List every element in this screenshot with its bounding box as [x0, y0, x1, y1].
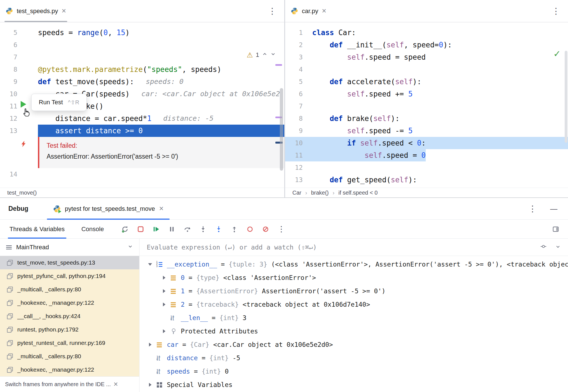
frame-item[interactable]: pytest_pyfunc_call, python.py:194: [0, 269, 139, 283]
line-number[interactable]: 7: [0, 51, 38, 63]
frame-item[interactable]: _multicall, _callers.py:80: [0, 350, 139, 363]
line-number[interactable]: 8: [285, 112, 312, 125]
code-text[interactable]: assert distance >= 0: [38, 125, 284, 137]
code-text[interactable]: class Car:: [312, 26, 568, 39]
close-icon[interactable]: ×: [62, 7, 66, 15]
line-number[interactable]: 11: [285, 149, 312, 161]
variable-row[interactable]: Protected Attributes: [139, 325, 568, 338]
variable-row[interactable]: __exception__ = {tuple: 3} (<class 'Asse…: [139, 258, 568, 271]
line-number[interactable]: 2: [285, 39, 312, 51]
tab-test-speeds[interactable]: test_speeds.py ×: [0, 0, 72, 22]
resume-icon[interactable]: [152, 225, 160, 233]
line-number[interactable]: 1: [285, 26, 312, 39]
chevron-down-icon[interactable]: [555, 244, 561, 251]
rerun-icon[interactable]: [121, 225, 129, 233]
more-icon[interactable]: ⋮: [552, 7, 560, 15]
minimize-icon[interactable]: —: [550, 205, 557, 212]
line-number[interactable]: 13: [285, 174, 312, 186]
run-test-label[interactable]: Run Test: [39, 99, 63, 106]
breadcrumb-item[interactable]: test_move(): [7, 190, 37, 196]
code-line[interactable]: 5speeds = range(0, 15): [0, 26, 284, 39]
line-number[interactable]: 7: [285, 100, 312, 112]
frame-item[interactable]: test_move, test_speeds.py:13: [0, 256, 139, 269]
scrollbar-thumb[interactable]: [565, 51, 567, 143]
code-line[interactable]: 10 if self.speed < 0:: [285, 137, 568, 149]
close-icon[interactable]: ×: [322, 7, 326, 15]
tab-console[interactable]: Console: [80, 220, 106, 238]
inline-watches-icon[interactable]: [540, 243, 547, 251]
layout-icon[interactable]: [552, 225, 560, 233]
code-text[interactable]: [312, 161, 568, 174]
code-text[interactable]: @pytest.mark.parametrize("speeds", speed…: [38, 63, 284, 76]
close-icon[interactable]: ×: [159, 205, 163, 212]
breadcrumb-item[interactable]: if self.speed < 0: [338, 190, 378, 196]
code-line[interactable]: 7: [285, 100, 568, 112]
line-number[interactable]: 6: [285, 88, 312, 100]
close-icon[interactable]: ×: [114, 381, 118, 388]
step-out-icon[interactable]: [230, 225, 238, 233]
debug-session-tab[interactable]: pytest for test_speeds.test_move ×: [47, 198, 170, 219]
code-line[interactable]: 8@pytest.mark.parametrize("speeds", spee…: [0, 63, 284, 76]
code-line[interactable]: 11 self.speed = 0: [285, 149, 568, 161]
chevron-right-icon[interactable]: [147, 342, 153, 347]
code-line[interactable]: 8 def brake(self):: [285, 112, 568, 125]
code-line[interactable]: 6: [0, 39, 284, 51]
thread-selector[interactable]: MainThread: [0, 239, 139, 256]
code-text[interactable]: [312, 100, 568, 112]
code-text[interactable]: def test_move(speeds):speeds: 0: [38, 76, 284, 88]
code-line[interactable]: 2 def __init__(self, speed=0):: [285, 39, 568, 51]
code-line[interactable]: 13 assert distance >= 0: [0, 125, 284, 137]
code-line[interactable]: 9def test_move(speeds):speeds: 0: [0, 76, 284, 88]
line-number[interactable]: 5: [285, 76, 312, 88]
chevron-right-icon[interactable]: [161, 275, 167, 280]
more-icon[interactable]: ⋮: [268, 7, 276, 15]
threads-menu-icon[interactable]: [6, 245, 12, 250]
stop-icon[interactable]: [137, 225, 145, 233]
editor-car[interactable]: 1class Car:2 def __init__(self, speed=0)…: [285, 22, 568, 188]
line-number[interactable]: 13: [0, 125, 38, 137]
editor-test-speeds[interactable]: 5speeds = range(0, 15)678@pytest.mark.pa…: [0, 22, 284, 188]
line-number[interactable]: 12: [285, 161, 312, 174]
step-into-icon[interactable]: [199, 225, 207, 233]
code-line[interactable]: 1class Car:: [285, 26, 568, 39]
variable-row[interactable]: speeds = {int} 0: [139, 365, 568, 378]
frame-item[interactable]: pytest_runtest_call, runner.py:169: [0, 336, 139, 350]
frame-item[interactable]: _multicall, _callers.py:80: [0, 283, 139, 296]
code-text[interactable]: def accelerate(self):: [312, 76, 568, 88]
code-line[interactable]: 12 distance = car.speed*1distance: -5: [0, 112, 284, 125]
line-number[interactable]: 12: [0, 112, 38, 125]
code-line[interactable]: 6 self.speed += 5: [285, 88, 568, 100]
code-line[interactable]: 3 self.speed = speed: [285, 51, 568, 63]
line-number[interactable]: 5: [0, 26, 38, 39]
inspection-widget[interactable]: ⚠ 1: [247, 51, 276, 59]
code-text[interactable]: self.speed = 0: [312, 149, 568, 161]
run-test-tooltip[interactable]: Run Test ^⇧R: [31, 94, 87, 111]
variable-row[interactable]: 0 = {type} <class 'AssertionError'>: [139, 271, 568, 284]
variable-row[interactable]: __len__ = {int} 3: [139, 311, 568, 325]
breadcrumb-item[interactable]: brake(): [311, 190, 329, 196]
chevron-right-icon[interactable]: [161, 288, 167, 294]
frame-item[interactable]: _hookexec, _manager.py:122: [0, 363, 139, 376]
chevron-right-icon[interactable]: [161, 302, 167, 307]
variable-row[interactable]: 1 = {AssertionError} AssertionError('ass…: [139, 284, 568, 298]
debug-panel-title[interactable]: Debug: [8, 205, 28, 212]
mute-breakpoints-icon[interactable]: [262, 225, 269, 233]
frame-item[interactable]: runtest, python.py:1792: [0, 323, 139, 336]
code-text[interactable]: def brake(self):: [312, 112, 568, 125]
code-line[interactable]: 12: [285, 161, 568, 174]
chevron-down-icon[interactable]: [127, 244, 133, 251]
pause-icon[interactable]: [168, 225, 176, 233]
code-text[interactable]: speeds = range(0, 15): [38, 26, 284, 39]
no-problems-check-icon[interactable]: ✓: [553, 49, 561, 59]
code-text[interactable]: def get_speed(self):: [312, 174, 568, 186]
variable-row[interactable]: 2 = {traceback} <traceback object at 0x1…: [139, 298, 568, 311]
code-text[interactable]: if self.speed < 0:: [312, 137, 568, 149]
code-text[interactable]: def __init__(self, speed=0):: [312, 39, 568, 51]
code-line[interactable]: 4: [285, 63, 568, 76]
code-line[interactable]: 5 def accelerate(self):: [285, 76, 568, 88]
code-line[interactable]: 9 self.speed -= 5: [285, 125, 568, 137]
scrollbar-thumb[interactable]: [280, 88, 283, 171]
variable-row[interactable]: Special Variables: [139, 378, 568, 391]
chevron-up-icon[interactable]: [262, 51, 268, 59]
chevron-right-icon[interactable]: [147, 382, 153, 388]
